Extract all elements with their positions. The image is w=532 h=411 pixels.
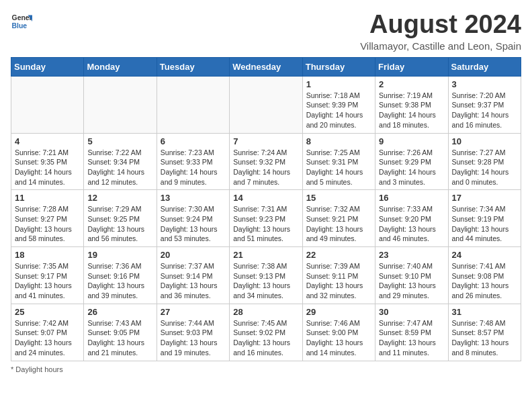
day-info: Sunrise: 7:21 AMSunset: 9:35 PMDaylight:… — [15, 148, 80, 187]
calendar-cell: 31Sunrise: 7:48 AMSunset: 8:57 PMDayligh… — [448, 304, 521, 361]
day-info: Sunrise: 7:26 AMSunset: 9:29 PMDaylight:… — [379, 148, 444, 187]
calendar-week-5: 25Sunrise: 7:42 AMSunset: 9:07 PMDayligh… — [11, 304, 521, 361]
calendar-cell: 14Sunrise: 7:31 AMSunset: 9:23 PMDayligh… — [230, 190, 302, 247]
calendar-cell: 19Sunrise: 7:36 AMSunset: 9:16 PMDayligh… — [84, 247, 157, 304]
calendar-cell: 5Sunrise: 7:22 AMSunset: 9:34 PMDaylight… — [84, 133, 157, 190]
col-header-tuesday: Tuesday — [157, 57, 229, 76]
calendar-cell: 3Sunrise: 7:20 AMSunset: 9:37 PMDaylight… — [448, 76, 521, 133]
day-number: 12 — [87, 193, 152, 203]
calendar-cell: 1Sunrise: 7:18 AMSunset: 9:39 PMDaylight… — [302, 76, 375, 133]
day-number: 3 — [452, 79, 517, 89]
calendar-cell: 12Sunrise: 7:29 AMSunset: 9:25 PMDayligh… — [84, 190, 157, 247]
col-header-thursday: Thursday — [302, 57, 375, 76]
day-number: 30 — [379, 307, 444, 317]
calendar-header-row: SundayMondayTuesdayWednesdayThursdayFrid… — [11, 57, 521, 76]
day-number: 31 — [452, 307, 517, 317]
day-number: 4 — [15, 136, 80, 146]
day-number: 11 — [15, 193, 80, 203]
day-number: 24 — [452, 250, 517, 260]
day-number: 13 — [161, 193, 226, 203]
title-area: August 2024 Villamayor, Castille and Leo… — [360, 11, 521, 52]
day-number: 22 — [306, 250, 371, 260]
day-number: 6 — [161, 136, 226, 146]
calendar-cell: 27Sunrise: 7:44 AMSunset: 9:03 PMDayligh… — [157, 304, 229, 361]
calendar-cell — [11, 76, 84, 133]
day-number: 21 — [233, 250, 298, 260]
day-info: Sunrise: 7:23 AMSunset: 9:33 PMDaylight:… — [161, 148, 226, 187]
day-number: 26 — [87, 307, 152, 317]
calendar-cell: 9Sunrise: 7:26 AMSunset: 9:29 PMDaylight… — [375, 133, 448, 190]
day-info: Sunrise: 7:29 AMSunset: 9:25 PMDaylight:… — [87, 204, 152, 244]
subtitle: Villamayor, Castille and Leon, Spain — [360, 40, 521, 52]
calendar-cell: 7Sunrise: 7:24 AMSunset: 9:32 PMDaylight… — [230, 133, 302, 190]
day-info: Sunrise: 7:42 AMSunset: 9:07 PMDaylight:… — [15, 318, 80, 358]
day-number: 19 — [87, 250, 152, 260]
day-info: Sunrise: 7:35 AMSunset: 9:17 PMDaylight:… — [15, 261, 80, 301]
footer-note: * Daylight hours — [11, 365, 521, 373]
logo-icon: General Blue — [11, 11, 32, 32]
day-info: Sunrise: 7:44 AMSunset: 9:03 PMDaylight:… — [161, 318, 226, 358]
calendar-cell: 24Sunrise: 7:41 AMSunset: 9:08 PMDayligh… — [448, 247, 521, 304]
calendar-cell: 25Sunrise: 7:42 AMSunset: 9:07 PMDayligh… — [11, 304, 84, 361]
col-header-saturday: Saturday — [448, 57, 521, 76]
day-number: 16 — [379, 193, 444, 203]
day-number: 1 — [306, 79, 371, 89]
day-number: 20 — [161, 250, 226, 260]
calendar-week-1: 1Sunrise: 7:18 AMSunset: 9:39 PMDaylight… — [11, 76, 521, 133]
calendar-cell: 29Sunrise: 7:46 AMSunset: 9:00 PMDayligh… — [302, 304, 375, 361]
day-info: Sunrise: 7:43 AMSunset: 9:05 PMDaylight:… — [87, 318, 152, 358]
day-info: Sunrise: 7:41 AMSunset: 9:08 PMDaylight:… — [452, 261, 517, 301]
day-number: 18 — [15, 250, 80, 260]
calendar-cell: 26Sunrise: 7:43 AMSunset: 9:05 PMDayligh… — [84, 304, 157, 361]
day-info: Sunrise: 7:22 AMSunset: 9:34 PMDaylight:… — [87, 148, 152, 187]
calendar-cell: 4Sunrise: 7:21 AMSunset: 9:35 PMDaylight… — [11, 133, 84, 190]
day-number: 14 — [233, 193, 298, 203]
day-number: 17 — [452, 193, 517, 203]
calendar-cell — [230, 76, 302, 133]
day-number: 15 — [306, 193, 371, 203]
day-info: Sunrise: 7:39 AMSunset: 9:11 PMDaylight:… — [306, 261, 371, 301]
col-header-friday: Friday — [375, 57, 448, 76]
day-info: Sunrise: 7:27 AMSunset: 9:28 PMDaylight:… — [452, 148, 517, 187]
calendar-cell: 16Sunrise: 7:33 AMSunset: 9:20 PMDayligh… — [375, 190, 448, 247]
day-info: Sunrise: 7:19 AMSunset: 9:38 PMDaylight:… — [379, 91, 444, 130]
day-info: Sunrise: 7:24 AMSunset: 9:32 PMDaylight:… — [233, 148, 298, 187]
calendar-cell: 23Sunrise: 7:40 AMSunset: 9:10 PMDayligh… — [375, 247, 448, 304]
calendar-cell: 18Sunrise: 7:35 AMSunset: 9:17 PMDayligh… — [11, 247, 84, 304]
calendar-cell: 13Sunrise: 7:30 AMSunset: 9:24 PMDayligh… — [157, 190, 229, 247]
day-info: Sunrise: 7:31 AMSunset: 9:23 PMDaylight:… — [233, 204, 298, 244]
calendar-week-4: 18Sunrise: 7:35 AMSunset: 9:17 PMDayligh… — [11, 247, 521, 304]
calendar-cell: 21Sunrise: 7:38 AMSunset: 9:13 PMDayligh… — [230, 247, 302, 304]
day-info: Sunrise: 7:28 AMSunset: 9:27 PMDaylight:… — [15, 204, 80, 244]
calendar-cell: 6Sunrise: 7:23 AMSunset: 9:33 PMDaylight… — [157, 133, 229, 190]
day-info: Sunrise: 7:20 AMSunset: 9:37 PMDaylight:… — [452, 91, 517, 130]
calendar-cell — [84, 76, 157, 133]
logo: General Blue — [11, 11, 32, 32]
calendar-week-2: 4Sunrise: 7:21 AMSunset: 9:35 PMDaylight… — [11, 133, 521, 190]
day-number: 28 — [233, 307, 298, 317]
day-number: 23 — [379, 250, 444, 260]
calendar-cell: 10Sunrise: 7:27 AMSunset: 9:28 PMDayligh… — [448, 133, 521, 190]
calendar-cell: 11Sunrise: 7:28 AMSunset: 9:27 PMDayligh… — [11, 190, 84, 247]
calendar-cell — [157, 76, 229, 133]
calendar-week-3: 11Sunrise: 7:28 AMSunset: 9:27 PMDayligh… — [11, 190, 521, 247]
svg-text:Blue: Blue — [12, 22, 28, 30]
calendar-cell: 2Sunrise: 7:19 AMSunset: 9:38 PMDaylight… — [375, 76, 448, 133]
day-number: 7 — [233, 136, 298, 146]
day-info: Sunrise: 7:45 AMSunset: 9:02 PMDaylight:… — [233, 318, 298, 358]
calendar-cell: 22Sunrise: 7:39 AMSunset: 9:11 PMDayligh… — [302, 247, 375, 304]
header: General Blue August 2024 Villamayor, Cas… — [11, 11, 521, 52]
main-title: August 2024 — [360, 11, 521, 39]
day-number: 10 — [452, 136, 517, 146]
day-info: Sunrise: 7:38 AMSunset: 9:13 PMDaylight:… — [233, 261, 298, 301]
day-info: Sunrise: 7:30 AMSunset: 9:24 PMDaylight:… — [161, 204, 226, 244]
calendar: SundayMondayTuesdayWednesdayThursdayFrid… — [11, 57, 521, 361]
calendar-cell: 20Sunrise: 7:37 AMSunset: 9:14 PMDayligh… — [157, 247, 229, 304]
day-info: Sunrise: 7:25 AMSunset: 9:31 PMDaylight:… — [306, 148, 371, 187]
day-info: Sunrise: 7:46 AMSunset: 9:00 PMDaylight:… — [306, 318, 371, 358]
calendar-cell: 30Sunrise: 7:47 AMSunset: 8:59 PMDayligh… — [375, 304, 448, 361]
day-number: 5 — [87, 136, 152, 146]
day-info: Sunrise: 7:18 AMSunset: 9:39 PMDaylight:… — [306, 91, 371, 130]
day-number: 29 — [306, 307, 371, 317]
calendar-cell: 28Sunrise: 7:45 AMSunset: 9:02 PMDayligh… — [230, 304, 302, 361]
